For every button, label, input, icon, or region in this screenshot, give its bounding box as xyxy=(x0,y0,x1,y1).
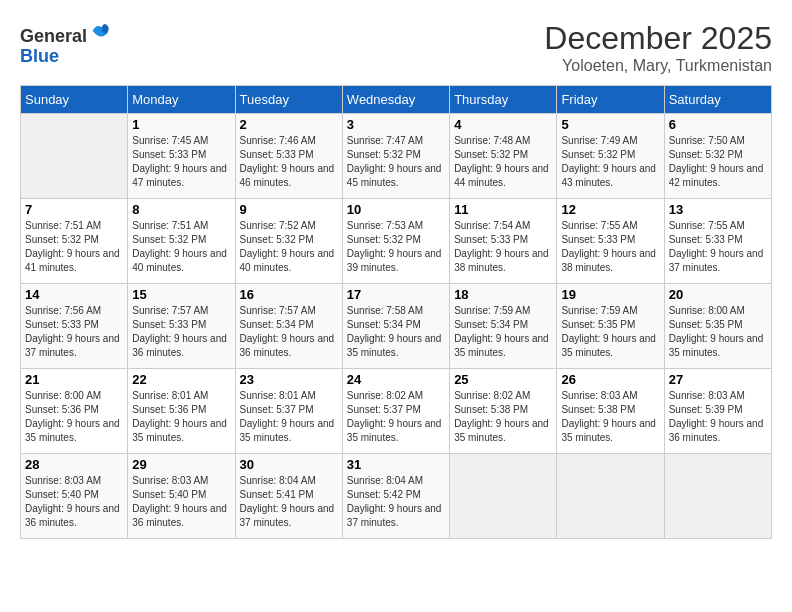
calendar-cell: 22Sunrise: 8:01 AMSunset: 5:36 PMDayligh… xyxy=(128,369,235,454)
logo-blue: Blue xyxy=(20,46,59,66)
calendar-cell: 27Sunrise: 8:03 AMSunset: 5:39 PMDayligh… xyxy=(664,369,771,454)
title-block: December 2025 Yoloeten, Mary, Turkmenist… xyxy=(544,20,772,75)
day-number: 8 xyxy=(132,202,230,217)
calendar-cell: 12Sunrise: 7:55 AMSunset: 5:33 PMDayligh… xyxy=(557,199,664,284)
calendar-cell xyxy=(450,454,557,539)
day-info: Sunrise: 7:59 AMSunset: 5:34 PMDaylight:… xyxy=(454,304,552,360)
day-info: Sunrise: 7:58 AMSunset: 5:34 PMDaylight:… xyxy=(347,304,445,360)
day-number: 16 xyxy=(240,287,338,302)
day-info: Sunrise: 8:00 AMSunset: 5:36 PMDaylight:… xyxy=(25,389,123,445)
calendar-cell: 17Sunrise: 7:58 AMSunset: 5:34 PMDayligh… xyxy=(342,284,449,369)
day-number: 23 xyxy=(240,372,338,387)
day-info: Sunrise: 8:04 AMSunset: 5:41 PMDaylight:… xyxy=(240,474,338,530)
day-number: 14 xyxy=(25,287,123,302)
col-header-saturday: Saturday xyxy=(664,86,771,114)
calendar-cell: 10Sunrise: 7:53 AMSunset: 5:32 PMDayligh… xyxy=(342,199,449,284)
day-number: 1 xyxy=(132,117,230,132)
day-number: 3 xyxy=(347,117,445,132)
day-info: Sunrise: 7:55 AMSunset: 5:33 PMDaylight:… xyxy=(561,219,659,275)
calendar-header-row: SundayMondayTuesdayWednesdayThursdayFrid… xyxy=(21,86,772,114)
calendar-cell: 19Sunrise: 7:59 AMSunset: 5:35 PMDayligh… xyxy=(557,284,664,369)
calendar-cell: 25Sunrise: 8:02 AMSunset: 5:38 PMDayligh… xyxy=(450,369,557,454)
calendar-week-row: 21Sunrise: 8:00 AMSunset: 5:36 PMDayligh… xyxy=(21,369,772,454)
day-number: 21 xyxy=(25,372,123,387)
day-number: 22 xyxy=(132,372,230,387)
calendar-cell: 1Sunrise: 7:45 AMSunset: 5:33 PMDaylight… xyxy=(128,114,235,199)
day-info: Sunrise: 8:02 AMSunset: 5:38 PMDaylight:… xyxy=(454,389,552,445)
calendar-cell: 24Sunrise: 8:02 AMSunset: 5:37 PMDayligh… xyxy=(342,369,449,454)
day-number: 15 xyxy=(132,287,230,302)
location-subtitle: Yoloeten, Mary, Turkmenistan xyxy=(544,57,772,75)
day-number: 6 xyxy=(669,117,767,132)
day-number: 17 xyxy=(347,287,445,302)
calendar-cell: 16Sunrise: 7:57 AMSunset: 5:34 PMDayligh… xyxy=(235,284,342,369)
calendar-cell: 28Sunrise: 8:03 AMSunset: 5:40 PMDayligh… xyxy=(21,454,128,539)
day-number: 10 xyxy=(347,202,445,217)
day-number: 30 xyxy=(240,457,338,472)
day-info: Sunrise: 7:47 AMSunset: 5:32 PMDaylight:… xyxy=(347,134,445,190)
logo-general: General xyxy=(20,26,87,46)
day-info: Sunrise: 8:03 AMSunset: 5:38 PMDaylight:… xyxy=(561,389,659,445)
day-number: 20 xyxy=(669,287,767,302)
day-info: Sunrise: 7:45 AMSunset: 5:33 PMDaylight:… xyxy=(132,134,230,190)
day-info: Sunrise: 8:01 AMSunset: 5:36 PMDaylight:… xyxy=(132,389,230,445)
page-header: General Blue December 2025 Yoloeten, Mar… xyxy=(20,20,772,75)
calendar-cell: 29Sunrise: 8:03 AMSunset: 5:40 PMDayligh… xyxy=(128,454,235,539)
calendar-cell: 31Sunrise: 8:04 AMSunset: 5:42 PMDayligh… xyxy=(342,454,449,539)
calendar-cell: 5Sunrise: 7:49 AMSunset: 5:32 PMDaylight… xyxy=(557,114,664,199)
day-number: 11 xyxy=(454,202,552,217)
day-info: Sunrise: 7:51 AMSunset: 5:32 PMDaylight:… xyxy=(132,219,230,275)
col-header-tuesday: Tuesday xyxy=(235,86,342,114)
day-info: Sunrise: 7:46 AMSunset: 5:33 PMDaylight:… xyxy=(240,134,338,190)
day-info: Sunrise: 7:53 AMSunset: 5:32 PMDaylight:… xyxy=(347,219,445,275)
calendar-cell: 26Sunrise: 8:03 AMSunset: 5:38 PMDayligh… xyxy=(557,369,664,454)
calendar-cell: 13Sunrise: 7:55 AMSunset: 5:33 PMDayligh… xyxy=(664,199,771,284)
day-number: 12 xyxy=(561,202,659,217)
month-title: December 2025 xyxy=(544,20,772,57)
day-number: 9 xyxy=(240,202,338,217)
day-info: Sunrise: 8:00 AMSunset: 5:35 PMDaylight:… xyxy=(669,304,767,360)
col-header-thursday: Thursday xyxy=(450,86,557,114)
day-number: 28 xyxy=(25,457,123,472)
calendar-cell: 14Sunrise: 7:56 AMSunset: 5:33 PMDayligh… xyxy=(21,284,128,369)
calendar-cell: 15Sunrise: 7:57 AMSunset: 5:33 PMDayligh… xyxy=(128,284,235,369)
day-info: Sunrise: 7:51 AMSunset: 5:32 PMDaylight:… xyxy=(25,219,123,275)
calendar-cell xyxy=(21,114,128,199)
day-info: Sunrise: 7:56 AMSunset: 5:33 PMDaylight:… xyxy=(25,304,123,360)
calendar-cell xyxy=(664,454,771,539)
day-number: 4 xyxy=(454,117,552,132)
day-number: 2 xyxy=(240,117,338,132)
day-info: Sunrise: 7:59 AMSunset: 5:35 PMDaylight:… xyxy=(561,304,659,360)
day-info: Sunrise: 8:03 AMSunset: 5:39 PMDaylight:… xyxy=(669,389,767,445)
calendar-cell: 11Sunrise: 7:54 AMSunset: 5:33 PMDayligh… xyxy=(450,199,557,284)
calendar-table: SundayMondayTuesdayWednesdayThursdayFrid… xyxy=(20,85,772,539)
day-number: 26 xyxy=(561,372,659,387)
calendar-cell: 3Sunrise: 7:47 AMSunset: 5:32 PMDaylight… xyxy=(342,114,449,199)
calendar-cell: 7Sunrise: 7:51 AMSunset: 5:32 PMDaylight… xyxy=(21,199,128,284)
col-header-friday: Friday xyxy=(557,86,664,114)
day-info: Sunrise: 7:57 AMSunset: 5:34 PMDaylight:… xyxy=(240,304,338,360)
logo: General Blue xyxy=(20,20,111,67)
day-info: Sunrise: 7:49 AMSunset: 5:32 PMDaylight:… xyxy=(561,134,659,190)
calendar-cell: 6Sunrise: 7:50 AMSunset: 5:32 PMDaylight… xyxy=(664,114,771,199)
calendar-cell xyxy=(557,454,664,539)
calendar-cell: 4Sunrise: 7:48 AMSunset: 5:32 PMDaylight… xyxy=(450,114,557,199)
calendar-cell: 21Sunrise: 8:00 AMSunset: 5:36 PMDayligh… xyxy=(21,369,128,454)
day-number: 5 xyxy=(561,117,659,132)
day-info: Sunrise: 8:01 AMSunset: 5:37 PMDaylight:… xyxy=(240,389,338,445)
calendar-cell: 23Sunrise: 8:01 AMSunset: 5:37 PMDayligh… xyxy=(235,369,342,454)
day-number: 31 xyxy=(347,457,445,472)
day-info: Sunrise: 7:55 AMSunset: 5:33 PMDaylight:… xyxy=(669,219,767,275)
day-info: Sunrise: 7:50 AMSunset: 5:32 PMDaylight:… xyxy=(669,134,767,190)
col-header-sunday: Sunday xyxy=(21,86,128,114)
day-info: Sunrise: 7:57 AMSunset: 5:33 PMDaylight:… xyxy=(132,304,230,360)
day-info: Sunrise: 8:02 AMSunset: 5:37 PMDaylight:… xyxy=(347,389,445,445)
day-number: 13 xyxy=(669,202,767,217)
day-number: 18 xyxy=(454,287,552,302)
day-number: 25 xyxy=(454,372,552,387)
day-number: 29 xyxy=(132,457,230,472)
calendar-cell: 18Sunrise: 7:59 AMSunset: 5:34 PMDayligh… xyxy=(450,284,557,369)
day-number: 24 xyxy=(347,372,445,387)
calendar-week-row: 1Sunrise: 7:45 AMSunset: 5:33 PMDaylight… xyxy=(21,114,772,199)
col-header-monday: Monday xyxy=(128,86,235,114)
